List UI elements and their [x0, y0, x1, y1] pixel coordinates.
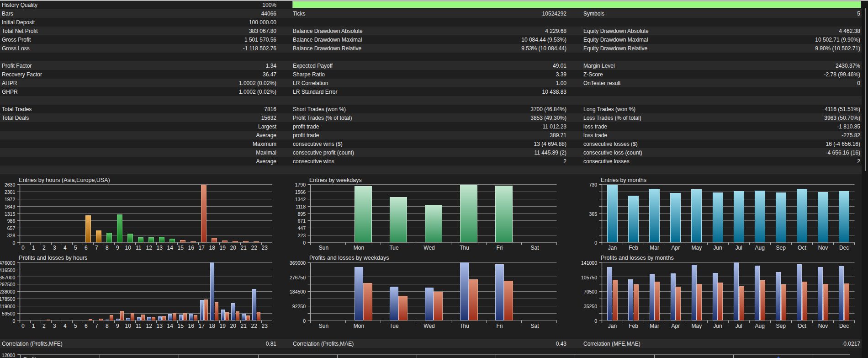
- svg-text:Apr: Apr: [671, 245, 680, 251]
- svg-text:10: 10: [125, 245, 132, 251]
- svg-text:Apr: Apr: [671, 323, 680, 329]
- svg-text:Mon: Mon: [354, 323, 364, 329]
- svg-text:Profits and losses by hours: Profits and losses by hours: [19, 255, 87, 261]
- svg-text:Fri: Fri: [497, 245, 503, 251]
- svg-text:22: 22: [251, 323, 258, 329]
- svg-text:141000: 141000: [581, 260, 597, 266]
- svg-text:92250: 92250: [292, 304, 306, 309]
- svg-text:21: 21: [241, 245, 247, 251]
- svg-text:0: 0: [303, 240, 306, 246]
- svg-text:105750: 105750: [581, 275, 597, 280]
- svg-text:18: 18: [209, 323, 216, 329]
- svg-text:13: 13: [157, 323, 163, 329]
- svg-text:Nov: Nov: [818, 323, 828, 329]
- svg-text:11: 11: [136, 323, 142, 329]
- svg-text:730: 730: [589, 182, 597, 187]
- svg-text:Sun: Sun: [319, 245, 328, 251]
- svg-text:12: 12: [146, 323, 153, 329]
- svg-text:2: 2: [42, 245, 46, 251]
- svg-text:Entries by weekdays: Entries by weekdays: [309, 177, 362, 183]
- svg-text:2630: 2630: [5, 182, 16, 187]
- svg-text:Jun: Jun: [713, 245, 722, 251]
- svg-text:276750: 276750: [290, 275, 306, 280]
- svg-text:Jun: Jun: [713, 323, 722, 329]
- svg-text:4: 4: [64, 245, 67, 251]
- svg-text:0: 0: [12, 240, 15, 246]
- svg-text:0: 0: [12, 318, 15, 324]
- svg-text:Thu: Thu: [460, 323, 469, 329]
- svg-text:Tue: Tue: [389, 245, 399, 251]
- svg-text:1315: 1315: [5, 211, 16, 217]
- svg-text:5: 5: [74, 245, 77, 251]
- svg-text:16: 16: [188, 323, 195, 329]
- svg-text:7: 7: [95, 245, 98, 251]
- svg-text:9: 9: [116, 245, 119, 251]
- svg-text:59500: 59500: [2, 311, 15, 316]
- svg-text:Sat: Sat: [530, 245, 539, 251]
- svg-text:119000: 119000: [0, 304, 15, 309]
- svg-text:0: 0: [21, 323, 25, 329]
- svg-text:15: 15: [178, 323, 184, 329]
- svg-text:Wed: Wed: [423, 245, 434, 251]
- svg-text:14: 14: [167, 245, 174, 251]
- svg-text:Mar: Mar: [650, 245, 659, 251]
- svg-text:23: 23: [262, 245, 268, 251]
- svg-text:8: 8: [106, 323, 109, 329]
- svg-text:Sep: Sep: [776, 245, 786, 251]
- svg-text:Mon: Mon: [354, 245, 364, 251]
- svg-text:12000: 12000: [2, 353, 15, 358]
- svg-text:2301: 2301: [5, 189, 16, 195]
- svg-text:1643: 1643: [5, 204, 16, 209]
- svg-text:Dec: Dec: [839, 245, 849, 251]
- svg-text:Fri: Fri: [497, 323, 503, 329]
- svg-text:7: 7: [95, 323, 98, 329]
- svg-text:18: 18: [209, 245, 216, 251]
- svg-text:May: May: [692, 245, 702, 251]
- svg-text:178500: 178500: [0, 296, 15, 302]
- svg-text:14: 14: [167, 323, 174, 329]
- svg-text:238000: 238000: [0, 289, 15, 294]
- svg-text:1118: 1118: [296, 204, 306, 209]
- svg-text:Profits: Profits: [23, 356, 39, 358]
- svg-text:6: 6: [85, 245, 88, 251]
- svg-text:20: 20: [230, 323, 237, 329]
- svg-text:20: 20: [230, 245, 237, 251]
- svg-text:4: 4: [64, 323, 67, 329]
- svg-text:365: 365: [589, 211, 597, 217]
- svg-text:Jul: Jul: [735, 245, 742, 251]
- svg-text:17: 17: [199, 323, 205, 329]
- svg-text:15: 15: [178, 245, 184, 251]
- svg-text:0: 0: [594, 318, 597, 324]
- svg-text:Jul: Jul: [735, 323, 742, 329]
- svg-text:Sat: Sat: [530, 323, 539, 329]
- svg-text:19: 19: [220, 323, 226, 329]
- svg-text:476000: 476000: [0, 260, 15, 266]
- svg-text:35250: 35250: [584, 304, 597, 309]
- svg-text:657: 657: [7, 225, 16, 231]
- svg-text:17: 17: [199, 245, 205, 251]
- svg-text:12: 12: [146, 245, 153, 251]
- svg-text:1: 1: [32, 323, 35, 329]
- svg-text:0: 0: [594, 240, 597, 246]
- svg-text:Oct: Oct: [798, 245, 806, 251]
- svg-text:May: May: [692, 323, 702, 329]
- svg-text:13: 13: [157, 245, 163, 251]
- svg-text:9: 9: [116, 323, 119, 329]
- svg-text:Aug: Aug: [755, 245, 765, 251]
- svg-text:22: 22: [251, 245, 258, 251]
- svg-text:0: 0: [303, 318, 306, 324]
- svg-text:1566: 1566: [295, 189, 306, 195]
- svg-text:5: 5: [74, 323, 77, 329]
- svg-text:23: 23: [262, 323, 268, 329]
- svg-text:1972: 1972: [5, 197, 16, 202]
- svg-text:10: 10: [125, 323, 132, 329]
- svg-text:Feb: Feb: [629, 245, 638, 251]
- svg-text:0: 0: [21, 245, 25, 251]
- svg-text:1790: 1790: [295, 182, 306, 187]
- svg-text:Dec: Dec: [839, 323, 849, 329]
- svg-text:6: 6: [85, 323, 88, 329]
- svg-text:Profits and losses by months: Profits and losses by months: [601, 255, 674, 261]
- svg-text:895: 895: [297, 211, 306, 217]
- svg-text:1342: 1342: [295, 197, 306, 202]
- svg-text:Oct: Oct: [798, 323, 806, 329]
